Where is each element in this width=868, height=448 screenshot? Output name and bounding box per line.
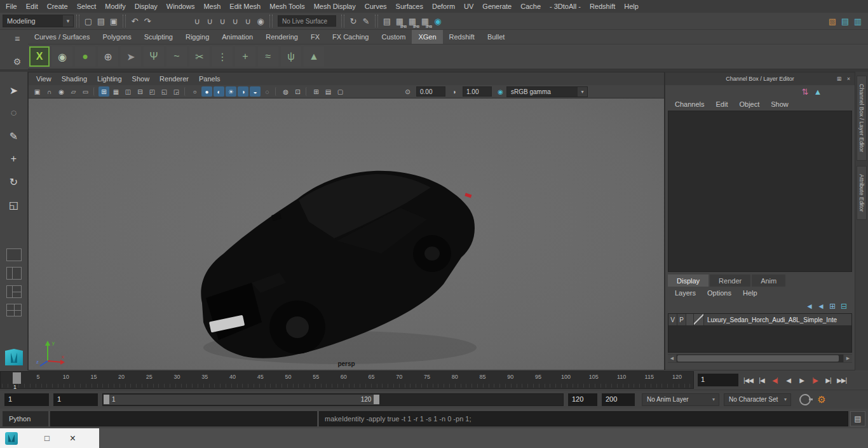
side-tab-channel-box[interactable]: Channel Box / Layer Editor	[857, 76, 867, 161]
script-editor-icon[interactable]: ▤	[850, 411, 865, 426]
pane-layout-icon[interactable]: ⊞	[311, 86, 322, 97]
menu-mesh-tools[interactable]: Mesh Tools	[265, 3, 309, 10]
menu-edit-mesh[interactable]: Edit Mesh	[225, 3, 265, 10]
menu-set-dropdown[interactable]: Modeling ▾	[3, 15, 74, 27]
menu-edit[interactable]: Edit	[22, 3, 43, 10]
single-pane-icon[interactable]: ▢	[335, 86, 346, 97]
playback-start-field[interactable]: 1	[53, 393, 98, 406]
playback-end-field[interactable]: 120	[568, 393, 597, 406]
groom-sculpt-icon[interactable]: ▲	[304, 46, 324, 67]
cb-menu-channels[interactable]: Channels	[669, 100, 710, 108]
animation-end-field[interactable]: 200	[602, 393, 635, 406]
xgen-add-collection-icon[interactable]: ⊕	[98, 46, 118, 67]
safe-title-icon[interactable]: ◲	[171, 86, 182, 97]
toolbar-divider[interactable]	[123, 15, 126, 27]
construction-history-icon[interactable]: ↻	[347, 15, 360, 27]
toolbar-divider[interactable]	[341, 15, 344, 27]
four-pane-layout-button[interactable]	[6, 304, 22, 316]
xgen-open-editor-icon[interactable]: X	[29, 46, 50, 67]
play-backwards-button[interactable]: ◀	[782, 377, 795, 384]
toolbar-divider[interactable]	[269, 15, 273, 27]
shelf-tab-fx-caching[interactable]: FX Caching	[326, 30, 375, 44]
bookmarks-icon[interactable]: ▱	[68, 86, 79, 97]
shelf-tab-xgen[interactable]: XGen	[412, 30, 442, 44]
image-plane-icon[interactable]: ▭	[80, 86, 91, 97]
render-settings-icon[interactable]: ◉	[431, 15, 444, 27]
save-scene-icon[interactable]: ▣	[107, 15, 120, 27]
menu-uv[interactable]: UV	[459, 3, 478, 10]
toolbar-divider[interactable]	[76, 15, 79, 27]
menu-modify[interactable]: Modify	[100, 3, 130, 10]
film-gate-icon[interactable]: ▦	[111, 86, 121, 97]
ipr-render-icon[interactable]: ▦IPR	[406, 15, 419, 27]
play-forward-button[interactable]: ▶	[795, 377, 808, 384]
menu-deform[interactable]: Deform	[428, 3, 459, 10]
menu-windows[interactable]: Windows	[162, 3, 200, 10]
go-to-end-button[interactable]: ▶▶|	[835, 377, 848, 384]
lock-camera-icon[interactable]: ∩	[44, 86, 55, 97]
camera-attributes-icon[interactable]: ◉	[56, 86, 67, 97]
shelf-tab-rendering[interactable]: Rendering	[259, 30, 304, 44]
snap-to-grid-icon[interactable]: ∪	[191, 15, 203, 27]
view-transform-dropdown[interactable]: sRGB gamma ▾	[506, 86, 588, 97]
step-back-frame-button[interactable]: |◀	[755, 377, 768, 384]
shelf-menu-icon[interactable]: ≡	[11, 32, 24, 45]
menu-surfaces[interactable]: Surfaces	[391, 3, 428, 10]
range-slider-track[interactable]: 1 120	[102, 393, 564, 406]
open-scene-icon[interactable]: ▤	[95, 15, 107, 27]
gamma-icon[interactable]: ◑	[449, 86, 459, 97]
toolbar-separator[interactable]: |	[184, 87, 187, 96]
range-slider-bar[interactable]: 1 120	[104, 395, 379, 405]
toolbar-separator[interactable]: |	[93, 87, 96, 96]
layer-visibility-toggle[interactable]: V	[668, 314, 677, 325]
make-object-live-icon[interactable]: ◉	[254, 15, 267, 27]
select-camera-icon[interactable]: ▣	[32, 86, 43, 97]
resolution-gate-icon[interactable]: ◫	[123, 86, 133, 97]
layer-menu-options[interactable]: Options	[702, 289, 737, 297]
menu-mesh-display[interactable]: Mesh Display	[309, 3, 360, 10]
snap-to-projected-center-icon[interactable]: ∪	[229, 15, 241, 27]
maximize-icon[interactable]: □	[44, 433, 50, 443]
layer-menu-help[interactable]: Help	[737, 289, 763, 297]
step-forward-key-button[interactable]: |▶	[808, 377, 822, 384]
command-input[interactable]	[50, 411, 317, 426]
menu-cache[interactable]: Cache	[516, 3, 545, 10]
layer-display-type-toggle[interactable]	[686, 314, 694, 325]
xray-icon[interactable]: ◍	[280, 86, 291, 97]
menu-3dtoall[interactable]: - 3DtoAll -	[545, 3, 585, 10]
isolate-select-icon[interactable]: ⊡	[292, 86, 303, 97]
redo-icon[interactable]: ↷	[141, 15, 154, 27]
channel-box-toggle-icon[interactable]: ▥	[851, 15, 864, 27]
menu-help[interactable]: Help	[620, 3, 643, 10]
create-empty-layer-icon[interactable]: ⊞	[827, 300, 838, 313]
layer-playback-toggle[interactable]: P	[677, 314, 686, 325]
undo-icon[interactable]: ↶	[128, 15, 141, 27]
shelf-tab-polygons[interactable]: Polygons	[96, 30, 137, 44]
move-layer-down-icon[interactable]: ◄	[815, 300, 827, 313]
shelf-tab-sculpting[interactable]: Sculpting	[138, 30, 179, 44]
menu-display[interactable]: Display	[130, 3, 162, 10]
menu-redshift[interactable]: Redshift	[585, 3, 620, 10]
exposure-icon[interactable]: ⊙	[402, 86, 413, 97]
groom-noise-icon[interactable]: ≈	[258, 46, 278, 67]
channel-list[interactable]	[668, 111, 852, 272]
gamma-field[interactable]: 1.00	[463, 86, 492, 97]
snap-to-view-plane-icon[interactable]: ∪	[241, 15, 254, 27]
groom-clump-icon[interactable]: ψ	[281, 46, 301, 67]
menu-file[interactable]: File	[1, 3, 22, 10]
channel-sync-icon[interactable]: ⇅	[799, 85, 811, 98]
xgen-interactive-groom-icon[interactable]: ●	[75, 46, 95, 67]
field-chart-icon[interactable]: ◰	[147, 86, 158, 97]
animation-start-field[interactable]: 1	[4, 393, 49, 406]
new-scene-icon[interactable]: ▢	[82, 15, 95, 27]
grid-icon[interactable]: ⊞	[98, 86, 109, 97]
three-pane-layout-button[interactable]	[6, 285, 22, 298]
select-tool-icon[interactable]: ➤	[4, 81, 24, 100]
go-to-start-button[interactable]: |◀◀	[742, 377, 755, 384]
open-render-view-icon[interactable]: ▤	[381, 15, 393, 27]
menu-select[interactable]: Select	[72, 3, 101, 10]
shadows-icon[interactable]: ◑	[238, 86, 248, 97]
scale-tool-icon[interactable]: ◱	[4, 195, 24, 214]
shelf-tab-redshift[interactable]: Redshift	[443, 30, 481, 44]
panel-menu-renderer[interactable]: Renderer	[154, 75, 194, 83]
